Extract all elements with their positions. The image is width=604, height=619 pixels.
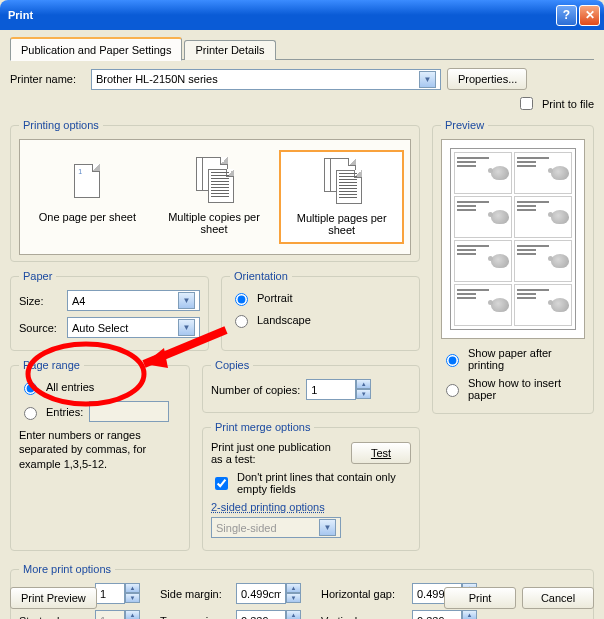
preview-card	[454, 196, 512, 238]
orientation-group: Orientation Portrait Landscape	[221, 270, 420, 351]
paper-source-select[interactable]: Auto Select▼	[67, 317, 200, 338]
preview-card	[514, 240, 572, 282]
printer-name-select[interactable]: Brother HL-2150N series ▼	[91, 69, 441, 90]
paper-size-select[interactable]: A4▼	[67, 290, 200, 311]
show-how-radio[interactable]	[446, 384, 459, 397]
print-button[interactable]: Print	[444, 587, 516, 609]
printing-options-legend: Printing options	[19, 119, 103, 131]
pig-icon	[551, 166, 569, 180]
page-range-hint: Enter numbers or ranges separated by com…	[19, 428, 181, 471]
dont-print-empty-checkbox[interactable]	[215, 477, 228, 490]
window-title: Print	[8, 9, 554, 21]
print-merge-group: Print merge options Print just one publi…	[202, 421, 420, 551]
properties-button[interactable]: Properties...	[447, 68, 527, 90]
tab-strip: Publication and Paper Settings Printer D…	[10, 36, 594, 60]
chevron-down-icon: ▼	[419, 71, 436, 88]
pig-icon	[551, 210, 569, 224]
printing-options-group: Printing options 1 One page per sheet Mu…	[10, 119, 420, 262]
spin-up-icon[interactable]: ▲	[356, 379, 371, 389]
preview-pane	[441, 139, 585, 339]
pig-icon	[491, 166, 509, 180]
tab-printer-details[interactable]: Printer Details	[184, 40, 275, 60]
two-sided-select: Single-sided▼	[211, 517, 341, 538]
pig-icon	[491, 298, 509, 312]
preview-card	[514, 152, 572, 194]
all-entries-radio[interactable]	[24, 382, 37, 395]
help-button[interactable]: ?	[556, 5, 577, 26]
copies-spinner[interactable]: ▲▼	[306, 379, 371, 400]
pig-icon	[491, 210, 509, 224]
print-preview-button[interactable]: Print Preview	[10, 587, 97, 609]
test-button[interactable]: Test	[351, 442, 411, 464]
chevron-down-icon: ▼	[178, 319, 195, 336]
pig-icon	[491, 254, 509, 268]
option-multiple-pages[interactable]: Multiple pages per sheet	[279, 150, 404, 244]
entries-input[interactable]	[89, 401, 169, 422]
landscape-radio[interactable]	[235, 315, 248, 328]
two-sided-link[interactable]: 2-sided printing options	[211, 501, 325, 513]
portrait-radio[interactable]	[235, 293, 248, 306]
preview-group: Preview Show paper after printing Show h	[432, 119, 594, 414]
v-gap-spinner[interactable]: ▲▼	[412, 610, 477, 619]
chevron-down-icon: ▼	[178, 292, 195, 309]
printer-name-label: Printer name:	[10, 73, 85, 85]
preview-card	[454, 240, 512, 282]
paper-group: Paper Size: A4▼ Source: Auto Select▼	[10, 270, 209, 351]
pig-icon	[551, 254, 569, 268]
cancel-button[interactable]: Cancel	[522, 587, 594, 609]
title-bar: Print ? ✕	[0, 0, 604, 30]
chevron-down-icon: ▼	[319, 519, 336, 536]
preview-card	[514, 284, 572, 326]
page-range-group: Page range All entries Entries: Enter nu…	[10, 359, 190, 551]
show-paper-radio[interactable]	[446, 354, 459, 367]
preview-card	[454, 152, 512, 194]
print-to-file-label: Print to file	[542, 98, 594, 110]
close-button[interactable]: ✕	[579, 5, 600, 26]
start-col-spinner[interactable]: ▲▼	[95, 610, 140, 619]
preview-card	[454, 284, 512, 326]
top-margin-spinner[interactable]: ▲▼	[236, 610, 301, 619]
entries-radio[interactable]	[24, 407, 37, 420]
pig-icon	[551, 298, 569, 312]
preview-card	[514, 196, 572, 238]
spin-down-icon[interactable]: ▼	[356, 389, 371, 399]
copies-group: Copies Number of copies: ▲▼	[202, 359, 420, 413]
print-to-file-checkbox[interactable]	[520, 97, 533, 110]
tab-publication-settings[interactable]: Publication and Paper Settings	[10, 37, 182, 61]
option-multiple-copies[interactable]: Multiple copies per sheet	[153, 150, 276, 244]
option-one-page[interactable]: 1 One page per sheet	[26, 150, 149, 244]
